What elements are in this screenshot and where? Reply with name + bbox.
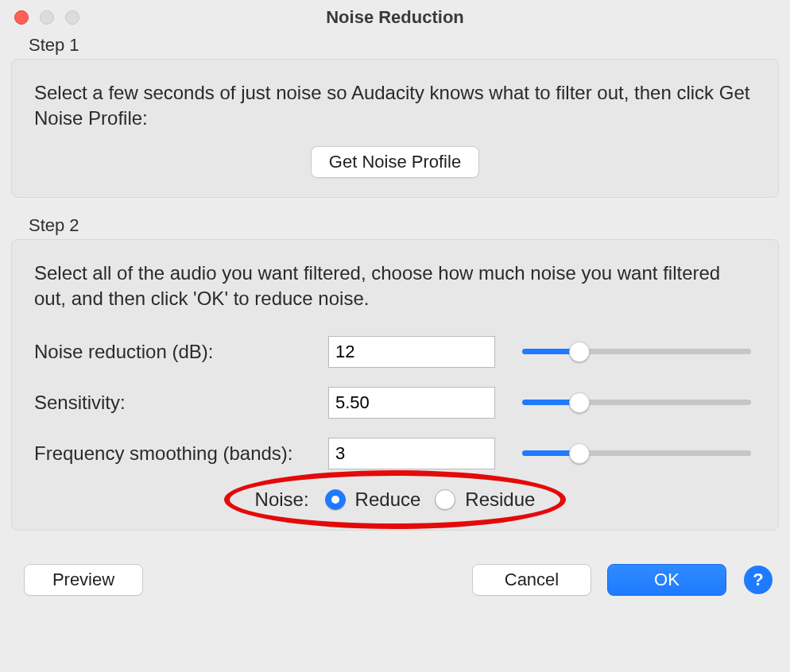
radio-icon [325,489,346,510]
noise-mode-row: Noise: Reduce Residue [34,489,756,511]
noise-mode-residue-label: Residue [465,489,535,511]
sensitivity-row: Sensitivity: [34,387,756,419]
frequency-smoothing-row: Frequency smoothing (bands): [34,438,756,469]
frequency-smoothing-input[interactable] [328,438,495,469]
cancel-button[interactable]: Cancel [472,564,591,596]
ok-button[interactable]: OK [607,564,726,596]
noise-reduction-row: Noise reduction (dB): [34,336,756,368]
step1-group: Select a few seconds of just noise so Au… [11,59,779,198]
step2-params: Noise reduction (dB): Sensitivity: [34,336,756,469]
sensitivity-label: Sensitivity: [34,392,328,414]
noise-reduction-slider[interactable] [522,342,751,361]
window-controls [0,10,79,25]
noise-mode-reduce-option[interactable]: Reduce [325,489,421,511]
get-noise-profile-button[interactable]: Get Noise Profile [311,146,479,178]
titlebar: Noise Reduction [0,0,790,35]
window-zoom-button[interactable] [65,10,79,25]
radio-icon [435,489,455,510]
sensitivity-slider[interactable] [522,393,751,412]
window-minimize-button[interactable] [40,10,54,25]
noise-reduction-label: Noise reduction (dB): [34,341,328,363]
window-title: Noise Reduction [0,7,790,28]
help-button[interactable]: ? [744,566,773,594]
dialog-footer: Preview Cancel OK ? [0,548,790,596]
slider-thumb[interactable] [569,342,590,362]
sensitivity-input[interactable] [328,387,495,419]
window-close-button[interactable] [14,10,29,25]
frequency-smoothing-slider[interactable] [522,444,751,463]
noise-mode-reduce-label: Reduce [355,489,421,511]
noise-mode-residue-option[interactable]: Residue [435,489,535,511]
preview-button[interactable]: Preview [24,564,143,596]
step2-instructions: Select all of the audio you want filtere… [34,261,756,312]
noise-reduction-input[interactable] [328,336,495,368]
step2-heading: Step 2 [29,215,790,236]
noise-mode-label: Noise: [255,489,309,511]
slider-thumb[interactable] [569,443,590,464]
step2-group: Select all of the audio you want filtere… [11,239,779,531]
slider-thumb[interactable] [569,392,590,413]
step1-instructions: Select a few seconds of just noise so Au… [34,80,756,132]
step1-heading: Step 1 [29,35,790,56]
frequency-smoothing-label: Frequency smoothing (bands): [34,442,328,465]
